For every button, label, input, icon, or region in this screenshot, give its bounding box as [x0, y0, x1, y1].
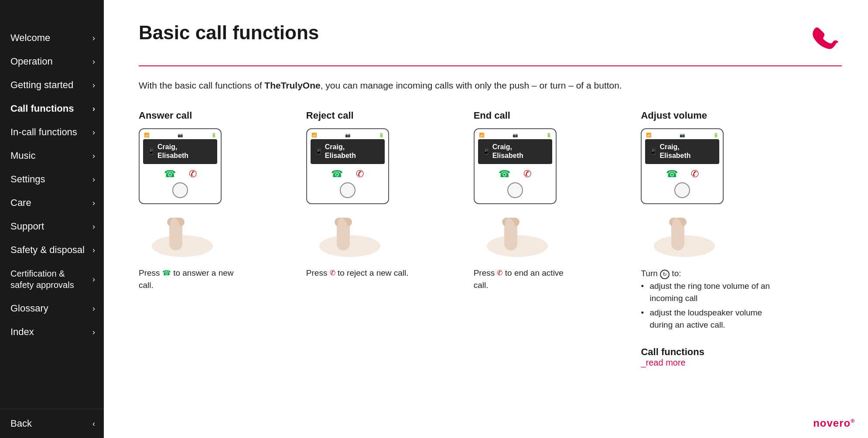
sidebar-item-music[interactable]: Music › — [0, 144, 104, 168]
chevron-right-icon: › — [92, 198, 95, 208]
device-screen-2: 📱 Craig, Elisabeth — [311, 139, 385, 164]
device-buttons: ☎ ✆ — [143, 168, 217, 180]
back-button[interactable]: Back ‹ — [0, 409, 104, 438]
chevron-right-icon: › — [92, 151, 95, 161]
answer-btn-3: ☎ — [499, 168, 510, 180]
reject-call-title: Reject call — [306, 110, 354, 121]
promo-read-more-link[interactable]: _read more — [641, 358, 685, 367]
sidebar-item-index[interactable]: Index › — [0, 320, 104, 344]
hand-illustration — [143, 194, 222, 259]
adjust-volume-device: 📶 📷 🔋 📱 Craig, Elisabeth ☎ ✆ — [641, 128, 745, 259]
hand-illustration-3 — [478, 194, 557, 259]
novero-brand: novero® — [813, 417, 855, 429]
device-box-2: 📶 📷 🔋 📱 Craig, Elisabeth ☎ ✆ — [306, 128, 389, 205]
answer-call-title: Answer call — [139, 110, 192, 121]
device-box-4: 📶 📷 🔋 📱 Craig, Elisabeth ☎ ✆ — [641, 128, 724, 205]
intro-text: With the basic call functions of TheTrul… — [139, 79, 793, 92]
reject-call-device: 📶 📷 🔋 📱 Craig, Elisabeth ☎ ✆ — [306, 128, 411, 259]
promo-title: Call functions — [641, 346, 704, 358]
sidebar-item-support[interactable]: Support › — [0, 215, 104, 238]
main-content: Basic call functions With the basic call… — [104, 0, 868, 438]
page-header: Basic call functions — [139, 22, 842, 57]
sidebar-item-care[interactable]: Care › — [0, 191, 104, 215]
device-box-3: 📶 📷 🔋 📱 Craig, Elisabeth ☎ ✆ — [474, 128, 557, 205]
device-top-bar: 📶 📷 🔋 — [143, 133, 217, 137]
sidebar-item-in-call-functions[interactable]: In-call functions › — [0, 120, 104, 144]
answer-icon-inline: ☎ — [162, 268, 171, 278]
device-top-bar-2: 📶 📷 🔋 — [311, 133, 385, 137]
chevron-right-icon: › — [92, 81, 95, 90]
device-screen-4: 📱 Craig, Elisabeth — [645, 139, 719, 164]
chevron-right-icon: › — [92, 275, 95, 284]
sidebar-item-welcome[interactable]: Welcome › — [0, 26, 104, 50]
reject-button-icon: ✆ — [189, 168, 197, 180]
reject-call-desc: Press ✆ to reject a new call. — [306, 267, 409, 280]
answer-btn-4: ☎ — [666, 168, 678, 180]
device-top-bar-3: 📶 📷 🔋 — [478, 133, 552, 137]
device-screen-3: 📱 Craig, Elisabeth — [478, 139, 552, 164]
sidebar-item-getting-started[interactable]: Getting started › — [0, 73, 104, 97]
answer-call-item: Answer call 📶 📷 🔋 📱 Craig, Elisabeth — [139, 110, 306, 292]
chevron-right-icon: › — [92, 128, 95, 137]
turn-dial-icon: ↻ — [660, 270, 670, 279]
sidebar-nav: Welcome › Operation › Getting started › … — [0, 0, 104, 409]
reject-btn-3: ✆ — [523, 168, 531, 180]
page-title: Basic call functions — [139, 22, 319, 44]
chevron-right-icon: › — [92, 175, 95, 184]
sidebar-item-safety[interactable]: Safety & disposal › — [0, 238, 104, 262]
sidebar-item-settings[interactable]: Settings › — [0, 168, 104, 191]
device-buttons-3: ☎ ✆ — [478, 168, 552, 180]
device-buttons-2: ☎ ✆ — [311, 168, 385, 180]
end-call-item: End call 📶 📷 🔋 📱 Craig, Elisabeth — [474, 110, 641, 292]
chevron-right-icon: › — [92, 57, 95, 66]
chevron-right-icon: › — [92, 246, 95, 255]
adjust-volume-title: Adjust volume — [641, 110, 707, 121]
header-divider — [139, 65, 842, 66]
reject-btn-2: ✆ — [356, 168, 364, 180]
chevron-right-icon: › — [92, 304, 95, 313]
hand-illustration-4 — [645, 194, 724, 259]
sidebar-item-glossary[interactable]: Glossary › — [0, 297, 104, 320]
end-call-title: End call — [474, 110, 510, 121]
end-call-desc: Press ✆ to end an active call. — [474, 267, 578, 292]
answer-btn-2: ☎ — [331, 168, 343, 180]
call-functions-grid: Answer call 📶 📷 🔋 📱 Craig, Elisabeth — [139, 110, 842, 368]
adjust-volume-desc: Turn ↻ to: adjust the ring tone volume o… — [641, 267, 772, 333]
hand-illustration-2 — [311, 194, 389, 259]
sidebar: Welcome › Operation › Getting started › … — [0, 0, 104, 438]
reject-icon-inline: ✆ — [330, 268, 335, 278]
device-box: 📶 📷 🔋 📱 Craig, Elisabeth ☎ ✆ — [139, 128, 222, 205]
device-top-bar-4: 📶 📷 🔋 — [645, 133, 719, 137]
chevron-right-icon: › — [92, 34, 95, 43]
chevron-right-icon: › — [92, 222, 95, 231]
sidebar-item-operation[interactable]: Operation › — [0, 50, 104, 73]
sidebar-item-call-functions[interactable]: Call functions › — [0, 97, 104, 120]
chevron-right-icon: › — [92, 104, 95, 113]
adjust-volume-item: Adjust volume 📶 📷 🔋 📱 Craig, Elisabeth — [641, 110, 842, 368]
answer-call-device: 📶 📷 🔋 📱 Craig, Elisabeth ☎ ✆ — [139, 128, 243, 259]
device-buttons-4: ☎ ✆ — [645, 168, 719, 180]
reject-call-item: Reject call 📶 📷 🔋 📱 Craig, Elisabeth — [306, 110, 474, 280]
answer-call-desc: Press ☎ to answer a new call. — [139, 267, 243, 292]
device-screen: 📱 Craig, Elisabeth — [143, 139, 217, 164]
end-call-device: 📶 📷 🔋 📱 Craig, Elisabeth ☎ ✆ — [474, 128, 578, 259]
end-icon-inline: ✆ — [497, 268, 502, 278]
promo-box: Call functions _read more — [641, 346, 704, 368]
chevron-left-icon: ‹ — [92, 419, 95, 428]
phone-logo-icon — [807, 22, 842, 57]
sidebar-item-certification[interactable]: Certification & safety approvals › — [0, 262, 104, 297]
reject-btn-4: ✆ — [691, 168, 699, 180]
answer-button-icon: ☎ — [164, 168, 176, 180]
chevron-right-icon: › — [92, 328, 95, 337]
